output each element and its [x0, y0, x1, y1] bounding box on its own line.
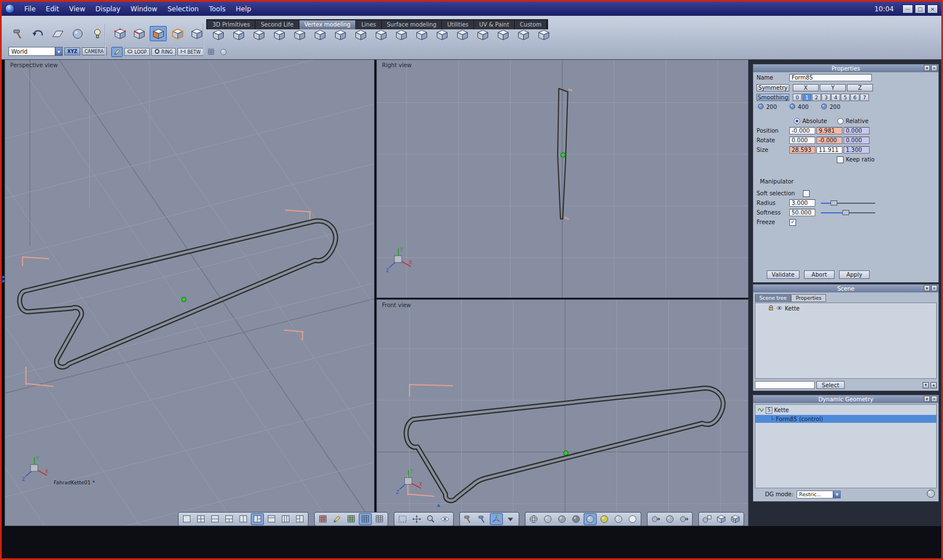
bridge-tool[interactable]: [393, 27, 410, 42]
close-panel-button[interactable]: ×: [931, 396, 937, 402]
undo-tool[interactable]: [29, 26, 46, 41]
pan-view-icon[interactable]: [410, 513, 423, 525]
softness-slider[interactable]: [821, 210, 875, 216]
scene-spin-up-button[interactable]: ▴: [931, 382, 937, 388]
symmetry-z-button[interactable]: Z: [847, 84, 873, 91]
select-button[interactable]: Select: [816, 381, 845, 389]
rotate-z-field[interactable]: 0.000: [844, 137, 870, 144]
select-object-mode[interactable]: [169, 26, 186, 41]
abort-button[interactable]: Abort: [804, 270, 835, 279]
symmetry-button[interactable]: Symmetry: [757, 84, 789, 91]
bend-tool[interactable]: [494, 27, 511, 42]
name-field[interactable]: Form85: [789, 74, 872, 81]
layout-quad[interactable]: [194, 513, 207, 525]
symmetry-y-button[interactable]: Y: [820, 84, 846, 91]
absolute-radio[interactable]: [794, 118, 800, 124]
radius-slider[interactable]: [821, 200, 875, 206]
layout-two-rows[interactable]: [208, 513, 221, 525]
smoothing-level-2[interactable]: 2: [812, 94, 821, 101]
dissolve-tool[interactable]: [535, 27, 552, 42]
cube-display-icon[interactable]: [715, 513, 728, 525]
layout-left-one-right-two[interactable]: [251, 513, 264, 525]
relative-radio[interactable]: [837, 118, 844, 124]
smooth-tool[interactable]: [332, 27, 349, 42]
thickness-tool[interactable]: [433, 27, 450, 42]
validate-button[interactable]: Validate: [767, 270, 799, 279]
shaded-mode-icon[interactable]: [555, 513, 568, 525]
grid-colors-icon[interactable]: [316, 513, 329, 525]
dg-item-form85-selected[interactable]: └ Form85 (control): [755, 415, 936, 423]
loop-button[interactable]: LOOP: [124, 48, 150, 56]
soft-move-tool[interactable]: [210, 27, 227, 42]
menu-edit[interactable]: Edit: [41, 5, 64, 13]
camera-button[interactable]: CAMERA: [82, 47, 107, 55]
scene-tab-properties[interactable]: Properties: [791, 294, 825, 302]
position-x-field[interactable]: -0.000: [789, 127, 815, 134]
menu-window[interactable]: Window: [125, 5, 162, 13]
hammer-tool-icon[interactable]: [462, 513, 475, 525]
smoothing-level-6[interactable]: 6: [850, 94, 859, 101]
bevel-tool[interactable]: [230, 27, 247, 42]
world-select[interactable]: World ▼: [8, 47, 63, 56]
smoothing-range-value[interactable]: 400: [798, 104, 809, 110]
scene-spin-down-button[interactable]: ▾: [923, 382, 929, 388]
minimize-button[interactable]: —: [902, 5, 913, 14]
shade-prev-icon[interactable]: [649, 513, 662, 525]
smoothing-level-3[interactable]: 3: [822, 94, 831, 101]
dg-root-row[interactable]: S Kette: [755, 405, 936, 415]
hammer-paint-icon[interactable]: [476, 513, 489, 525]
smooth-shaded-mode-icon[interactable]: [584, 513, 597, 525]
dg-tree[interactable]: S Kette └ Form85 (control): [755, 404, 937, 488]
cut-slice-tool[interactable]: [372, 27, 389, 42]
close-panel-button[interactable]: ×: [931, 65, 937, 71]
size-x-field[interactable]: 28.593: [789, 146, 815, 154]
tessellate-tool[interactable]: [352, 27, 369, 42]
light-tool[interactable]: [89, 26, 106, 41]
select-faces-mode[interactable]: [150, 26, 167, 41]
extrude-tool[interactable]: [271, 27, 288, 42]
menu-selection[interactable]: Selection: [162, 5, 203, 13]
pane-splitter-grip[interactable]: ▲: [437, 503, 440, 507]
grid-blue-icon[interactable]: [359, 513, 372, 525]
position-y-field[interactable]: 9.981: [816, 127, 842, 134]
ring-button[interactable]: RING: [151, 48, 176, 56]
extract-tool[interactable]: [291, 27, 308, 42]
soft-selection-checkbox[interactable]: [803, 190, 810, 197]
shade-next-icon[interactable]: [677, 513, 690, 525]
menu-display[interactable]: Display: [90, 5, 125, 13]
chain-mesh[interactable]: [20, 221, 336, 367]
softness-field[interactable]: 50.000: [789, 209, 815, 216]
plane-cut-tool[interactable]: [49, 26, 66, 41]
select-points-mode[interactable]: [111, 26, 128, 41]
layout-two-cols[interactable]: [237, 513, 250, 525]
grow-selection-icon[interactable]: [205, 47, 216, 57]
collapse-panel-button[interactable]: ▾: [924, 65, 930, 71]
dg-mode-dropdown[interactable]: Restric... ▼: [797, 491, 841, 498]
layout-three-cols[interactable]: [279, 513, 292, 525]
dynamic-geometry-panel-title[interactable]: Dynamic Geometry ▾ ×: [753, 395, 938, 403]
grid-plain-icon[interactable]: [373, 513, 386, 525]
magnet-tool[interactable]: [515, 27, 532, 42]
grid-green-icon[interactable]: [345, 513, 358, 525]
grid-edit-icon[interactable]: [331, 513, 344, 525]
scene-tree-item-kette[interactable]: Kette: [755, 303, 936, 313]
uv-cube-icon[interactable]: [729, 513, 742, 525]
pivot-point[interactable]: [560, 152, 566, 158]
dark-shaded-mode-icon[interactable]: [570, 513, 583, 525]
maximize-button[interactable]: □: [915, 5, 925, 14]
sweep-tool[interactable]: [311, 27, 328, 42]
menu-help[interactable]: Help: [231, 5, 256, 13]
bright-mode-icon[interactable]: [626, 513, 639, 525]
smoothing-range-value[interactable]: 200: [829, 104, 840, 110]
layout-wide-top[interactable]: [265, 513, 278, 525]
zoom-view-icon[interactable]: [424, 513, 437, 525]
layout-top-one-bottom-two[interactable]: [223, 513, 236, 525]
menu-file[interactable]: File: [19, 5, 41, 13]
select-edges-mode[interactable]: [131, 26, 147, 41]
radius-field[interactable]: 3.000: [789, 199, 815, 207]
scene-tab-scene-tree[interactable]: Scene tree: [755, 294, 791, 302]
manipulator-options-icon[interactable]: [504, 513, 517, 525]
visibility-eye-icon[interactable]: [776, 305, 783, 312]
close-panel-button[interactable]: ×: [931, 285, 937, 291]
menu-tools[interactable]: Tools: [204, 5, 231, 13]
